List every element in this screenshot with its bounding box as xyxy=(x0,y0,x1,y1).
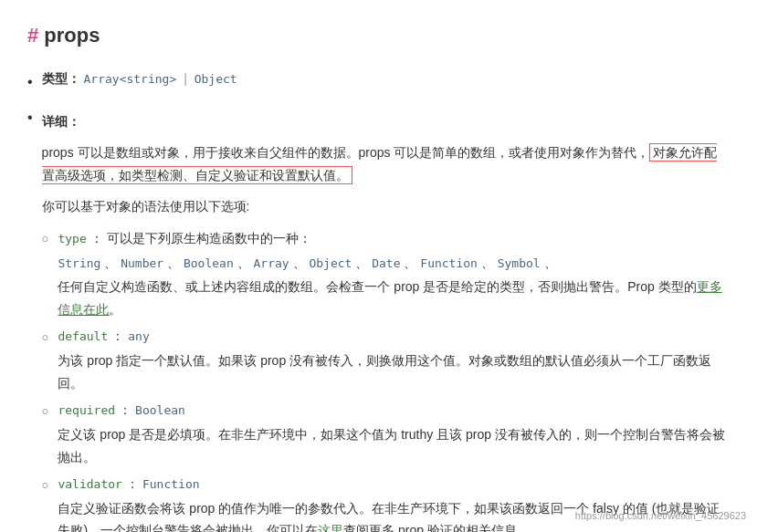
para-options-intro: 你可以基于对象的语法使用以下选项: xyxy=(42,195,730,218)
option-default-content: default：any 为该 prop 指定一个默认值。如果该 prop 没有被… xyxy=(58,326,730,394)
sep4: 、 xyxy=(289,256,306,270)
validator-value: Function xyxy=(142,477,200,491)
sep6: 、 xyxy=(401,256,417,270)
default-desc: 为该 prop 指定一个默认值。如果该 prop 没有被传入，则换做用这个值。对… xyxy=(58,349,730,394)
sep1: 、 xyxy=(100,256,117,270)
sep2: 、 xyxy=(163,256,180,270)
sep8: 、 xyxy=(541,256,557,270)
circle-bullet-default: ○ xyxy=(42,328,49,348)
option-key-type: type xyxy=(58,232,86,245)
option-key-required: required xyxy=(58,403,115,417)
type-desc-after: 任何自定义构造函数、或上述内容组成的数组。会检查一个 prop 是否是给定的类型… xyxy=(58,276,730,320)
type-label: 类型： xyxy=(42,71,80,86)
circle-bullet-validator: ○ xyxy=(42,475,49,495)
section-list: • 类型： Array<string> | Object • 详细： props… xyxy=(27,68,730,532)
sep5: 、 xyxy=(352,256,368,270)
circle-bullet-required: ○ xyxy=(42,402,49,422)
type-function: Function xyxy=(420,256,478,270)
option-required-content: required：Boolean 定义该 prop 是否是必填项。在非生产环境中… xyxy=(58,400,730,468)
details-label: 详细： xyxy=(42,114,80,129)
sep7: 、 xyxy=(478,256,494,270)
option-default: ○ default：any 为该 prop 指定一个默认值。如果该 prop 没… xyxy=(42,326,730,394)
option-key-validator: validator xyxy=(58,477,121,491)
type-section: • 类型： Array<string> | Object xyxy=(27,68,730,94)
type-number: Number xyxy=(121,256,163,270)
type-array: Array xyxy=(254,256,289,270)
colon-required: ： xyxy=(119,402,131,417)
required-value: Boolean xyxy=(135,403,185,417)
para-intro: props 可以是数组或对象，用于接收来自父组件的数据。props 可以是简单的… xyxy=(42,141,730,186)
details-section: • 详细： props 可以是数组或对象，用于接收来自父组件的数据。props … xyxy=(27,104,730,532)
option-required: ○ required：Boolean 定义该 prop 是否是必填项。在非生产环… xyxy=(42,400,730,468)
type-value-object: Object xyxy=(195,72,237,86)
footer-url: https://blog.csdn.net/weixin_45629623 xyxy=(575,507,746,525)
option-type: ○ type：可以是下列原生构造函数中的一种： String 、 Number … xyxy=(42,227,730,321)
para-intro-text: props 可以是数组或对象，用于接收来自父组件的数据。props 可以是简单的… xyxy=(42,145,650,160)
sep3: 、 xyxy=(234,256,250,270)
colon-default: ： xyxy=(111,329,124,343)
type-string: String xyxy=(58,256,100,270)
page-title: #props xyxy=(27,18,730,52)
type-value-array: Array<string> xyxy=(84,72,177,86)
options-list: ○ type：可以是下列原生构造函数中的一种： String 、 Number … xyxy=(42,227,730,532)
default-value: any xyxy=(128,329,149,343)
colon-type: ： xyxy=(90,231,103,245)
colon-validator: ： xyxy=(126,476,139,491)
validator-link[interactable]: 这里 xyxy=(318,523,343,532)
option-type-content: type：可以是下列原生构造函数中的一种： String 、 Number 、 … xyxy=(58,227,730,321)
type-object: Object xyxy=(309,256,352,270)
type-separator: | xyxy=(184,71,187,86)
type-symbol: Symbol xyxy=(498,256,541,270)
type-desc-before: 可以是下列原生构造函数中的一种： xyxy=(107,231,311,245)
bullet-type: • xyxy=(27,69,33,94)
circle-bullet-type: ○ xyxy=(42,229,49,249)
more-info-link[interactable]: 更多信息在此 xyxy=(58,279,721,317)
type-types-row: String 、 Number 、 Boolean 、 Array 、 Obje… xyxy=(58,252,730,275)
option-key-default: default xyxy=(58,329,108,343)
type-date: Date xyxy=(372,256,400,270)
required-desc: 定义该 prop 是否是必填项。在非生产环境中，如果这个值为 truthy 且该… xyxy=(58,423,730,468)
bullet-details: • xyxy=(27,105,33,130)
hash-symbol: # xyxy=(27,24,38,47)
type-boolean: Boolean xyxy=(184,256,234,270)
